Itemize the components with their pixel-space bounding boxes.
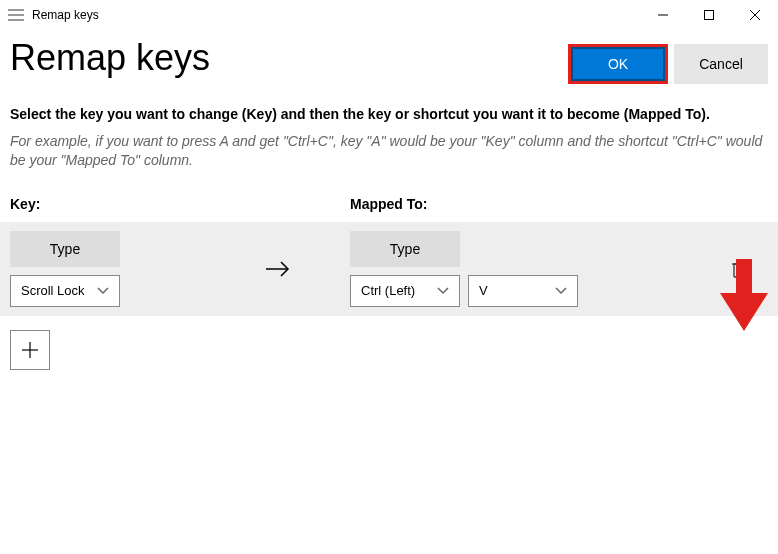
chevron-down-icon — [555, 283, 567, 298]
svg-rect-1 — [705, 11, 714, 20]
delete-row-button[interactable] — [731, 259, 749, 279]
chevron-down-icon — [97, 283, 109, 298]
mapped-type-button[interactable]: Type — [350, 231, 460, 267]
key-select-value: Scroll Lock — [21, 283, 85, 298]
ok-button[interactable]: OK — [571, 47, 665, 81]
minimize-button[interactable] — [640, 0, 686, 30]
trash-icon — [731, 259, 749, 279]
mapped-key1-select[interactable]: Ctrl (Left) — [350, 275, 460, 307]
maximize-button[interactable] — [686, 0, 732, 30]
cancel-button[interactable]: Cancel — [674, 44, 768, 84]
key-type-button[interactable]: Type — [10, 231, 120, 267]
mapped-key2-value: V — [479, 283, 488, 298]
close-button[interactable] — [732, 0, 778, 30]
example-text: For example, if you want to press A and … — [10, 132, 768, 170]
mapping-row: Type Scroll Lock Type Ctrl (Left) — [0, 222, 778, 316]
plus-icon — [21, 341, 39, 359]
ok-button-highlight: OK — [568, 44, 668, 84]
window-title: Remap keys — [32, 8, 640, 22]
key-select[interactable]: Scroll Lock — [10, 275, 120, 307]
instruction-text: Select the key you want to change (Key) … — [10, 106, 768, 122]
column-header-key: Key: — [10, 196, 350, 212]
page-title: Remap keys — [10, 38, 558, 78]
titlebar: Remap keys — [0, 0, 778, 30]
window-controls — [640, 0, 778, 30]
chevron-down-icon — [437, 283, 449, 298]
column-header-mapped-to: Mapped To: — [350, 196, 768, 212]
add-mapping-button[interactable] — [10, 330, 50, 370]
app-icon — [8, 9, 24, 21]
mapped-key1-value: Ctrl (Left) — [361, 283, 415, 298]
arrow-right-icon — [205, 259, 350, 279]
mapped-key2-select[interactable]: V — [468, 275, 578, 307]
